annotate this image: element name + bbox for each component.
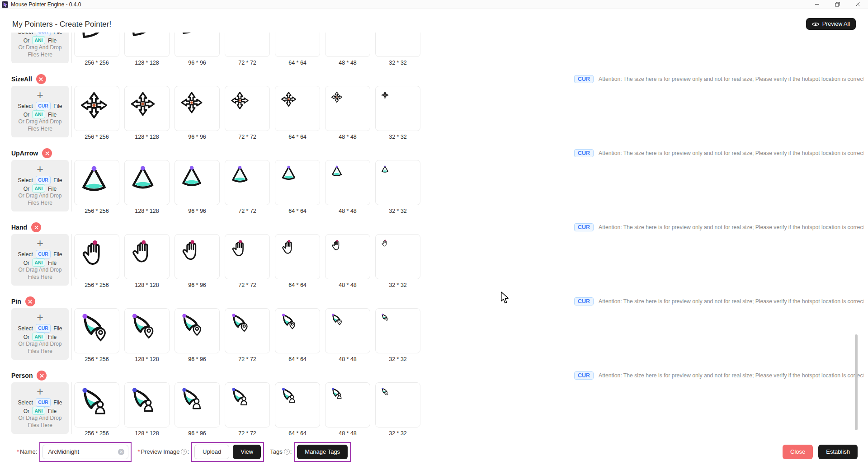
pointer-preview-card[interactable] [325,86,370,131]
pointer-preview-card[interactable] [225,308,270,353]
close-icon [45,151,50,156]
file-dropzone[interactable]: + Select CUR File Or ANI File Or Drag An… [11,382,69,434]
pointer-preview-card[interactable] [375,382,420,427]
preview-all-button[interactable]: Preview All [806,18,856,30]
establish-button[interactable]: Establish [818,445,858,459]
hand-cursor-icon [331,240,343,251]
pointer-preview-card[interactable] [74,33,119,57]
pointer-preview-card[interactable] [225,160,270,205]
pointer-preview-card[interactable] [375,160,420,205]
clear-input-icon[interactable]: ✕ [118,449,124,455]
pointer-preview-card[interactable] [275,234,320,279]
pointer-preview-card[interactable] [225,86,270,131]
remove-section-button[interactable] [42,148,52,158]
pointer-preview-card[interactable] [74,234,119,279]
view-button[interactable]: View [233,445,261,459]
pointer-preview-card[interactable] [124,382,170,427]
pointer-preview-card[interactable] [124,160,170,205]
tags-highlight-box: Manage Tags [294,442,351,462]
manage-tags-button[interactable]: Manage Tags [297,445,348,459]
name-field-label: Name [20,448,36,455]
app-window: Mouse Pointer Engine - 0.4.0 My Pointers… [0,0,868,465]
close-icon [28,299,33,304]
upload-button[interactable]: Upload [194,445,229,459]
pointer-preview-card[interactable] [325,234,370,279]
pin-cursor-icon [180,314,203,336]
file-dropzone[interactable]: + Select CUR File Or ANI File Or Drag An… [11,308,69,360]
pointer-preview-card[interactable] [325,33,370,57]
size-preview-row: 256 * 256 128 * 128 96 * 96 [71,382,420,434]
pointer-preview-card[interactable] [175,33,220,57]
pointer-preview-card[interactable] [275,33,320,57]
pointer-preview-card[interactable] [325,308,370,353]
cur-file-badge: CUR [36,33,51,36]
pointer-preview-card[interactable] [124,308,170,353]
help-icon[interactable]: ? [181,449,187,455]
preview-image-highlight-box: Upload View [191,442,264,462]
file-dropzone[interactable]: + Select CUR File Or ANI File Or Drag An… [11,86,69,137]
uparrow-cursor-icon [381,165,389,173]
size-label: 128 * 128 [124,208,170,214]
vertical-scrollbar-thumb[interactable] [855,334,858,430]
attention-text: Attention: The size here is for preview … [599,372,863,379]
close-button[interactable]: Close [783,445,813,459]
file-dropzone[interactable]: + Select CUR File Or ANI File Or Drag An… [11,33,69,63]
attention-text: Attention: The size here is for preview … [599,150,863,156]
pointer-preview-card[interactable] [325,382,370,427]
pointer-preview-card[interactable] [175,160,220,205]
pointer-preview-card[interactable] [74,160,119,205]
ani-file-badge: ANI [32,110,45,119]
file-dropzone[interactable]: + Select CUR File Or ANI File Or Drag An… [11,160,69,211]
minimize-icon [815,2,820,7]
pointer-preview-card[interactable] [375,33,420,57]
pointer-preview-card[interactable] [375,308,420,353]
restore-button[interactable] [827,0,848,9]
ani-file-badge: ANI [32,407,45,415]
pointer-preview-card[interactable] [124,33,170,57]
size-label: 48 * 48 [325,208,370,214]
pointer-preview-card[interactable] [325,160,370,205]
remove-section-button[interactable] [25,296,35,306]
pointer-preview-card[interactable] [175,382,220,427]
pointer-preview-card[interactable] [275,308,320,353]
pointer-preview-card[interactable] [74,382,119,427]
cur-badge: CUR [574,75,594,83]
pointer-preview-card[interactable] [124,86,170,131]
file-dropzone[interactable]: + Select CUR File Or ANI File Or Drag An… [11,234,69,286]
help-icon[interactable]: ? [284,449,290,455]
pointer-preview-card[interactable] [74,86,119,131]
section-title: SizeAll [11,75,32,83]
pointer-preview-card[interactable] [275,86,320,131]
remove-section-button[interactable] [31,222,41,232]
size-label: 72 * 72 [225,282,270,288]
size-label: 72 * 72 [225,134,270,140]
size-label: 64 * 64 [275,282,320,288]
pointer-preview-card[interactable] [175,234,220,279]
pointer-preview-card[interactable] [375,86,420,131]
pin-cursor-icon [80,314,108,342]
size-preview-row: 256 * 256 128 * 128 96 * 96 [71,86,420,137]
remove-section-button[interactable] [37,371,47,380]
close-icon [34,225,39,230]
close-window-button[interactable] [848,0,868,9]
section-title: UpArrow [11,150,38,157]
pointer-preview-card[interactable] [225,234,270,279]
pointer-preview-card[interactable] [175,86,220,131]
attention-row: CUR Attention: The size here is for prev… [574,74,863,84]
pointer-preview-card[interactable] [275,160,320,205]
minimize-button[interactable] [807,0,827,9]
pointer-preview-card[interactable] [225,382,270,427]
name-input[interactable] [42,445,128,459]
pointer-preview-card[interactable] [175,308,220,353]
remove-section-button[interactable] [36,74,46,84]
pointer-preview-card[interactable] [375,234,420,279]
pointer-preview-card[interactable] [74,308,119,353]
size-label: 64 * 64 [275,208,320,214]
hand-cursor-icon [80,240,108,268]
size-label: 48 * 48 [325,430,370,437]
close-icon [39,373,44,378]
pointer-preview-card[interactable] [275,382,320,427]
pointer-preview-card[interactable] [124,234,170,279]
pointer-preview-card[interactable] [225,33,270,57]
sizeall-cursor-icon [381,91,389,99]
